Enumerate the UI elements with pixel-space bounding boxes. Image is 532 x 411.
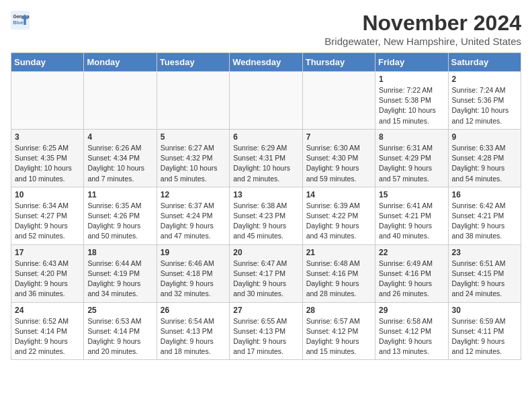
day-cell	[230, 72, 302, 130]
day-cell: 8Sunrise: 6:31 AM Sunset: 4:29 PM Daylig…	[375, 129, 448, 187]
col-header-monday: Monday	[84, 53, 157, 72]
day-number: 21	[306, 248, 371, 257]
day-info: Sunrise: 6:38 AM Sunset: 4:23 PM Dayligh…	[233, 201, 298, 242]
day-info: Sunrise: 6:34 AM Sunset: 4:27 PM Dayligh…	[15, 201, 80, 242]
day-info: Sunrise: 6:37 AM Sunset: 4:24 PM Dayligh…	[161, 201, 226, 242]
week-row-0: 1Sunrise: 7:22 AM Sunset: 5:38 PM Daylig…	[11, 72, 521, 130]
day-cell: 21Sunrise: 6:48 AM Sunset: 4:16 PM Dayli…	[302, 244, 375, 302]
day-info: Sunrise: 6:41 AM Sunset: 4:21 PM Dayligh…	[379, 201, 444, 242]
day-info: Sunrise: 6:52 AM Sunset: 4:14 PM Dayligh…	[15, 316, 80, 357]
day-cell: 3Sunrise: 6:25 AM Sunset: 4:35 PM Daylig…	[11, 129, 84, 187]
logo: General Blue	[11, 11, 30, 30]
day-cell: 11Sunrise: 6:35 AM Sunset: 4:26 PM Dayli…	[84, 187, 157, 244]
day-cell: 1Sunrise: 7:22 AM Sunset: 5:38 PM Daylig…	[375, 72, 448, 130]
day-cell: 14Sunrise: 6:39 AM Sunset: 4:22 PM Dayli…	[302, 187, 375, 244]
day-number: 8	[379, 132, 444, 142]
day-cell: 13Sunrise: 6:38 AM Sunset: 4:23 PM Dayli…	[230, 187, 302, 244]
day-number: 5	[161, 132, 226, 142]
month-title: November 2024	[324, 11, 521, 36]
day-cell: 25Sunrise: 6:53 AM Sunset: 4:14 PM Dayli…	[84, 302, 157, 360]
day-info: Sunrise: 7:22 AM Sunset: 5:38 PM Dayligh…	[379, 85, 444, 126]
day-cell: 6Sunrise: 6:29 AM Sunset: 4:31 PM Daylig…	[230, 129, 302, 187]
day-number: 15	[379, 190, 444, 199]
header: General Blue November 2024 Bridgewater, …	[11, 11, 521, 47]
day-cell: 15Sunrise: 6:41 AM Sunset: 4:21 PM Dayli…	[375, 187, 448, 244]
day-cell: 4Sunrise: 6:26 AM Sunset: 4:34 PM Daylig…	[84, 129, 157, 187]
day-info: Sunrise: 6:49 AM Sunset: 4:16 PM Dayligh…	[379, 259, 444, 300]
day-info: Sunrise: 6:33 AM Sunset: 4:28 PM Dayligh…	[452, 143, 517, 184]
day-cell	[302, 72, 375, 130]
day-number: 20	[233, 248, 298, 257]
day-info: Sunrise: 6:30 AM Sunset: 4:30 PM Dayligh…	[306, 143, 371, 184]
day-info: Sunrise: 6:31 AM Sunset: 4:29 PM Dayligh…	[379, 143, 444, 184]
day-cell: 12Sunrise: 6:37 AM Sunset: 4:24 PM Dayli…	[157, 187, 229, 244]
day-cell: 27Sunrise: 6:55 AM Sunset: 4:13 PM Dayli…	[230, 302, 302, 360]
day-number: 28	[306, 306, 371, 315]
day-number: 3	[15, 132, 80, 142]
day-cell: 7Sunrise: 6:30 AM Sunset: 4:30 PM Daylig…	[302, 129, 375, 187]
day-cell: 28Sunrise: 6:57 AM Sunset: 4:12 PM Dayli…	[302, 302, 375, 360]
col-header-friday: Friday	[375, 53, 448, 72]
header-row: SundayMondayTuesdayWednesdayThursdayFrid…	[11, 53, 521, 72]
day-number: 22	[379, 248, 444, 257]
day-number: 2	[452, 75, 517, 84]
day-cell: 24Sunrise: 6:52 AM Sunset: 4:14 PM Dayli…	[11, 302, 84, 360]
col-header-wednesday: Wednesday	[230, 53, 302, 72]
day-number: 19	[161, 248, 226, 257]
day-cell	[11, 72, 84, 130]
day-cell: 18Sunrise: 6:44 AM Sunset: 4:19 PM Dayli…	[84, 244, 157, 302]
day-info: Sunrise: 6:27 AM Sunset: 4:32 PM Dayligh…	[161, 143, 226, 184]
day-info: Sunrise: 6:35 AM Sunset: 4:26 PM Dayligh…	[87, 201, 152, 242]
day-number: 23	[452, 248, 517, 257]
location-title: Bridgewater, New Hampshire, United State…	[324, 36, 521, 47]
day-number: 25	[87, 306, 152, 315]
day-cell: 22Sunrise: 6:49 AM Sunset: 4:16 PM Dayli…	[375, 244, 448, 302]
day-info: Sunrise: 6:42 AM Sunset: 4:21 PM Dayligh…	[452, 201, 517, 242]
day-cell: 19Sunrise: 6:46 AM Sunset: 4:18 PM Dayli…	[157, 244, 229, 302]
day-info: Sunrise: 6:25 AM Sunset: 4:35 PM Dayligh…	[15, 143, 80, 184]
day-info: Sunrise: 6:57 AM Sunset: 4:12 PM Dayligh…	[306, 316, 371, 357]
day-number: 9	[452, 132, 517, 142]
day-number: 13	[233, 190, 298, 199]
col-header-sunday: Sunday	[11, 53, 84, 72]
day-info: Sunrise: 6:39 AM Sunset: 4:22 PM Dayligh…	[306, 201, 371, 242]
day-info: Sunrise: 6:55 AM Sunset: 4:13 PM Dayligh…	[233, 316, 298, 357]
day-cell	[157, 72, 229, 130]
day-cell	[84, 72, 157, 130]
day-number: 27	[233, 306, 298, 315]
day-number: 10	[15, 190, 80, 199]
day-number: 29	[379, 306, 444, 315]
col-header-tuesday: Tuesday	[157, 53, 229, 72]
day-cell: 5Sunrise: 6:27 AM Sunset: 4:32 PM Daylig…	[157, 129, 229, 187]
day-info: Sunrise: 6:58 AM Sunset: 4:12 PM Dayligh…	[379, 316, 444, 357]
day-number: 30	[452, 306, 517, 315]
day-cell: 2Sunrise: 7:24 AM Sunset: 5:36 PM Daylig…	[448, 72, 521, 130]
day-number: 12	[161, 190, 226, 199]
day-cell: 16Sunrise: 6:42 AM Sunset: 4:21 PM Dayli…	[448, 187, 521, 244]
day-info: Sunrise: 6:26 AM Sunset: 4:34 PM Dayligh…	[87, 143, 152, 184]
day-cell: 26Sunrise: 6:54 AM Sunset: 4:13 PM Dayli…	[157, 302, 229, 360]
day-info: Sunrise: 6:59 AM Sunset: 4:11 PM Dayligh…	[452, 316, 517, 357]
calendar-table: SundayMondayTuesdayWednesdayThursdayFrid…	[11, 52, 521, 360]
day-cell: 20Sunrise: 6:47 AM Sunset: 4:17 PM Dayli…	[230, 244, 302, 302]
day-number: 6	[233, 132, 298, 142]
day-number: 16	[452, 190, 517, 199]
day-number: 14	[306, 190, 371, 199]
day-number: 7	[306, 132, 371, 142]
day-cell: 10Sunrise: 6:34 AM Sunset: 4:27 PM Dayli…	[11, 187, 84, 244]
day-info: Sunrise: 6:53 AM Sunset: 4:14 PM Dayligh…	[87, 316, 152, 357]
week-row-3: 17Sunrise: 6:43 AM Sunset: 4:20 PM Dayli…	[11, 244, 521, 302]
day-info: Sunrise: 6:46 AM Sunset: 4:18 PM Dayligh…	[161, 259, 226, 300]
day-info: Sunrise: 6:44 AM Sunset: 4:19 PM Dayligh…	[87, 259, 152, 300]
day-cell: 30Sunrise: 6:59 AM Sunset: 4:11 PM Dayli…	[448, 302, 521, 360]
day-number: 26	[161, 306, 226, 315]
day-info: Sunrise: 6:29 AM Sunset: 4:31 PM Dayligh…	[233, 143, 298, 184]
day-number: 4	[87, 132, 152, 142]
week-row-4: 24Sunrise: 6:52 AM Sunset: 4:14 PM Dayli…	[11, 302, 521, 360]
day-info: Sunrise: 7:24 AM Sunset: 5:36 PM Dayligh…	[452, 85, 517, 126]
week-row-1: 3Sunrise: 6:25 AM Sunset: 4:35 PM Daylig…	[11, 129, 521, 187]
day-number: 1	[379, 75, 444, 84]
day-number: 24	[15, 306, 80, 315]
day-cell: 29Sunrise: 6:58 AM Sunset: 4:12 PM Dayli…	[375, 302, 448, 360]
day-cell: 17Sunrise: 6:43 AM Sunset: 4:20 PM Dayli…	[11, 244, 84, 302]
